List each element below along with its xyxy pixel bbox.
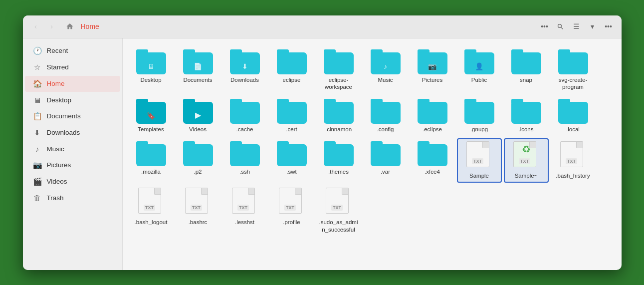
folder-desktop[interactable]: 🖥 Desktop bbox=[129, 46, 174, 94]
folder-xfce4[interactable]: .xfce4 bbox=[410, 138, 455, 183]
file-profile-label: .profile bbox=[283, 219, 300, 226]
sort-button[interactable]: ▾ bbox=[586, 19, 600, 33]
folder-icons-icon bbox=[511, 99, 541, 124]
folder-templates[interactable]: 🔖 Templates bbox=[129, 96, 174, 136]
folder-mozilla-icon bbox=[136, 141, 166, 166]
folder-cert-label: .cert bbox=[286, 126, 297, 133]
sidebar-label-trash: Trash bbox=[47, 194, 64, 202]
sidebar-item-videos[interactable]: 🎬 Videos bbox=[25, 174, 120, 190]
folder-local[interactable]: .local bbox=[551, 96, 596, 136]
file-bash-history-icon: TXT bbox=[560, 141, 586, 170]
folder-videos-label: Videos bbox=[189, 126, 207, 133]
folder-config-icon bbox=[371, 99, 401, 124]
folder-templates-label: Templates bbox=[138, 126, 164, 133]
file-profile-icon: TXT bbox=[279, 188, 305, 217]
folder-eclipse2-label: .eclipse bbox=[423, 126, 442, 133]
folder-snap-icon bbox=[511, 49, 541, 74]
folder-var-icon bbox=[371, 141, 401, 166]
file-bash-logout[interactable]: TXT .bash_logout bbox=[129, 185, 174, 237]
folder-config-label: .config bbox=[377, 126, 394, 133]
folder-gnupg[interactable]: .gnupg bbox=[457, 96, 502, 136]
folder-public[interactable]: 👤 Public bbox=[457, 46, 502, 94]
sidebar-item-music[interactable]: ♪ Music bbox=[25, 141, 120, 157]
file-sample-tilde[interactable]: TXT ♻ Sample~ bbox=[504, 138, 549, 183]
sidebar-item-recent[interactable]: 🕐 Recent bbox=[25, 43, 120, 59]
folder-mozilla-label: .mozilla bbox=[141, 168, 161, 176]
menu-button[interactable]: ••• bbox=[602, 19, 616, 33]
downloads-overlay-icon: ⬇ bbox=[242, 62, 248, 70]
file-bashrc[interactable]: TXT .bashrc bbox=[176, 185, 220, 237]
folder-eclipse-icon bbox=[277, 49, 307, 74]
folder-music[interactable]: ♪ Music bbox=[363, 46, 408, 94]
folder-var[interactable]: .var bbox=[363, 138, 408, 183]
folder-mozilla[interactable]: .mozilla bbox=[129, 138, 174, 183]
view-toggle-button[interactable]: ☰ bbox=[570, 19, 584, 33]
file-grid: 🖥 Desktop 📄 Documents bbox=[129, 46, 616, 237]
txt-badge-bash-logout: TXT bbox=[144, 205, 155, 211]
file-sudo-admin[interactable]: TXT .sudo_as_admin_successful bbox=[316, 185, 361, 237]
folder-eclipse2[interactable]: .eclipse bbox=[410, 96, 455, 136]
folder-eclipse[interactable]: eclipse bbox=[269, 46, 314, 94]
templates-overlay-icon: 🔖 bbox=[147, 112, 155, 120]
folder-cert-icon bbox=[277, 99, 307, 124]
txt-badge-tilde: TXT bbox=[519, 158, 530, 164]
folder-themes[interactable]: .themes bbox=[316, 138, 361, 183]
search-button[interactable] bbox=[554, 19, 568, 33]
sidebar-item-downloads[interactable]: ⬇ Downloads bbox=[25, 125, 120, 141]
sidebar-item-documents[interactable]: 📋 Documents bbox=[25, 108, 120, 124]
folder-eclipse-workspace-icon bbox=[324, 49, 354, 74]
folder-svg-create-program[interactable]: svg-create-program bbox=[551, 46, 596, 94]
folder-snap[interactable]: snap bbox=[504, 46, 549, 94]
folder-eclipse-workspace[interactable]: eclipse-workspace bbox=[316, 46, 361, 94]
folder-pictures-label: Pictures bbox=[422, 76, 443, 84]
txt-badge: TXT bbox=[472, 158, 483, 164]
folder-cinnamon-icon bbox=[324, 99, 354, 124]
folder-pictures[interactable]: 📷 Pictures bbox=[410, 46, 455, 94]
folder-svg-create-program-label: svg-create-program bbox=[553, 76, 594, 91]
folder-svg-create-program-icon bbox=[558, 49, 588, 74]
forward-button[interactable]: › bbox=[45, 19, 59, 33]
desktop-overlay-icon: 🖥 bbox=[148, 62, 155, 70]
folder-videos[interactable]: ▶ Videos bbox=[176, 96, 220, 136]
home-nav-button[interactable] bbox=[63, 19, 77, 33]
back-button[interactable]: ‹ bbox=[29, 19, 43, 33]
titlebar: ‹ › Home ••• ☰ ▾ ••• bbox=[23, 15, 622, 38]
folder-ssh[interactable]: .ssh bbox=[222, 138, 267, 183]
starred-icon: ☆ bbox=[33, 63, 42, 72]
recent-icon: 🕐 bbox=[33, 46, 42, 55]
folder-icons[interactable]: .icons bbox=[504, 96, 549, 136]
file-grid-container: 🖥 Desktop 📄 Documents bbox=[123, 38, 622, 270]
toolbar-actions: ••• ☰ ▾ ••• bbox=[538, 19, 616, 33]
file-sample-icon: TXT bbox=[466, 141, 492, 170]
sidebar-label-desktop: Desktop bbox=[47, 96, 72, 104]
main-content: 🕐 Recent ☆ Starred 🏠 Home 🖥 Desktop 📋 Do… bbox=[23, 38, 622, 270]
folder-cert[interactable]: .cert bbox=[269, 96, 314, 136]
txt-badge-sudo: TXT bbox=[331, 205, 343, 211]
nav-buttons: ‹ › bbox=[29, 19, 59, 33]
path-label: Home bbox=[81, 22, 99, 30]
sidebar-item-trash[interactable]: 🗑 Trash bbox=[25, 190, 120, 206]
sidebar-item-pictures[interactable]: 📷 Pictures bbox=[25, 157, 120, 173]
sidebar-item-starred[interactable]: ☆ Starred bbox=[25, 59, 120, 75]
sidebar-label-home: Home bbox=[47, 80, 65, 87]
sidebar-item-home[interactable]: 🏠 Home bbox=[25, 76, 120, 92]
file-sample[interactable]: TXT Sample bbox=[457, 138, 502, 183]
folder-public-icon: 👤 bbox=[464, 49, 494, 74]
more-options-button[interactable]: ••• bbox=[538, 19, 552, 33]
folder-swt[interactable]: .swt bbox=[269, 138, 314, 183]
folder-icons-label: .icons bbox=[518, 126, 533, 133]
folder-documents[interactable]: 📄 Documents bbox=[176, 46, 220, 94]
folder-downloads-icon: ⬇ bbox=[230, 49, 260, 74]
folder-cache[interactable]: .cache bbox=[222, 96, 267, 136]
folder-cinnamon[interactable]: .cinnamon bbox=[316, 96, 361, 136]
file-lesshst[interactable]: TXT .lesshst bbox=[222, 185, 267, 237]
file-bash-history[interactable]: TXT .bash_history bbox=[551, 138, 596, 183]
folder-config[interactable]: .config bbox=[363, 96, 408, 136]
folder-p2[interactable]: .p2 bbox=[176, 138, 220, 183]
folder-cache-icon bbox=[230, 99, 260, 124]
file-lesshst-label: .lesshst bbox=[235, 219, 254, 226]
sidebar-item-desktop[interactable]: 🖥 Desktop bbox=[25, 92, 120, 108]
folder-xfce4-icon bbox=[418, 141, 447, 166]
file-profile[interactable]: TXT .profile bbox=[269, 185, 314, 237]
folder-downloads[interactable]: ⬇ Downloads bbox=[222, 46, 267, 94]
